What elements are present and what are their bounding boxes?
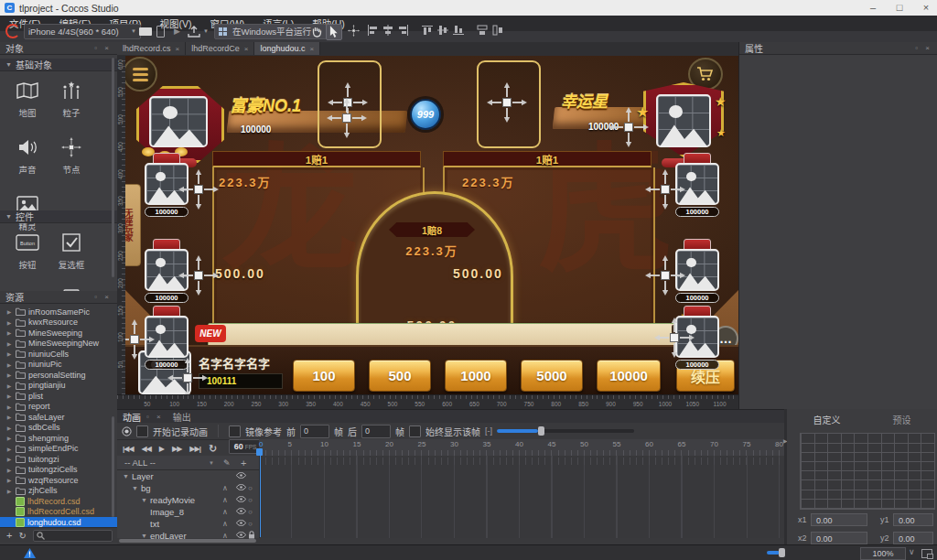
- zoom-level[interactable]: 100%: [860, 547, 906, 560]
- bet-chip-button-500[interactable]: 500: [369, 360, 431, 392]
- record-icon[interactable]: [122, 426, 132, 436]
- tab-animation[interactable]: 动画: [123, 410, 141, 424]
- object-item-particle[interactable]: 粒子: [49, 75, 93, 128]
- run-platform-button[interactable]: 在Windows平台运行▼: [214, 24, 327, 39]
- edit-pencil-icon[interactable]: ✎: [223, 458, 231, 468]
- fit-screen-icon[interactable]: [921, 549, 932, 558]
- prev-frame-icon[interactable]: ◀◀: [142, 445, 151, 453]
- timeline-track-area[interactable]: [259, 456, 784, 538]
- resource-folder[interactable]: ▶niuniuCells: [0, 349, 117, 360]
- curve-grid[interactable]: [800, 433, 935, 510]
- record-animation-checkbox[interactable]: [136, 425, 148, 437]
- resource-folder[interactable]: ▶safeLayer: [0, 412, 117, 423]
- frames-before-input[interactable]: 0: [300, 425, 329, 438]
- seat-slot[interactable]: 100000: [143, 239, 190, 305]
- expand-icon[interactable]: ▶: [5, 435, 13, 441]
- object-item-button[interactable]: Button按钮: [5, 227, 49, 280]
- same-height-icon[interactable]: [492, 25, 503, 38]
- resource-file[interactable]: longhudou.csd: [0, 517, 117, 527]
- close-tab-icon[interactable]: ×: [244, 45, 249, 53]
- seat-avatar-placeholder[interactable]: [675, 163, 719, 205]
- document-tab[interactable]: lhdRecord.cs×: [117, 42, 186, 55]
- panel-float-close-icons[interactable]: ▫ ×: [146, 413, 164, 421]
- align-center-h-icon[interactable]: [382, 25, 393, 38]
- expand-icon[interactable]: ▶: [5, 329, 13, 336]
- resource-folder[interactable]: ▶MineSweepingNew: [0, 339, 117, 350]
- minimize-button[interactable]: –: [860, 0, 886, 16]
- hand-tool-icon[interactable]: [311, 21, 323, 41]
- resource-folder[interactable]: ▶MineSweeping: [0, 328, 117, 339]
- layer-row[interactable]: Image_8∧○: [117, 506, 292, 518]
- collapse-icon[interactable]: ▼: [123, 473, 129, 479]
- move-up-icon[interactable]: ∧: [222, 484, 228, 492]
- collapse-icon[interactable]: ▼: [141, 497, 147, 503]
- device-select[interactable]: iPhone 4/4S(960 * 640)▼: [24, 24, 141, 39]
- collapse-icon[interactable]: ▼: [132, 485, 138, 491]
- resource-search-input[interactable]: [33, 530, 113, 542]
- align-middle-v-icon[interactable]: [437, 25, 448, 38]
- loop-icon[interactable]: ↻: [209, 443, 217, 455]
- bet-chip-button-10000[interactable]: 10000: [597, 360, 661, 392]
- circle-icon[interactable]: ○: [248, 520, 253, 528]
- resource-folder[interactable]: ▶plist: [0, 391, 117, 402]
- warning-icon[interactable]: [24, 548, 36, 560]
- resource-folder[interactable]: ▶tuitongzi: [0, 454, 117, 465]
- expand-icon[interactable]: ▶: [5, 456, 13, 462]
- seat-avatar-placeholder[interactable]: [675, 316, 719, 358]
- object-item-checkbox[interactable]: 复选框: [49, 227, 93, 280]
- resource-file[interactable]: lhdRecordCell.csd: [0, 507, 117, 518]
- rich-player-avatar[interactable]: [149, 96, 208, 147]
- resource-file[interactable]: lhdRecord.csd: [0, 496, 117, 507]
- expand-icon[interactable]: ▶: [5, 477, 13, 483]
- bet-chip-button-100[interactable]: 100: [293, 360, 355, 392]
- play-icon[interactable]: ▶: [174, 21, 180, 41]
- resource-folder[interactable]: ▶simpleEndPic: [0, 444, 117, 455]
- same-width-icon[interactable]: [477, 25, 488, 38]
- align-left-icon[interactable]: [367, 25, 378, 38]
- bet-chip-button-1000[interactable]: 1000: [445, 360, 507, 392]
- seat-slot[interactable]: 100000: [673, 239, 721, 305]
- circle-icon[interactable]: ○: [248, 508, 253, 516]
- align-right-icon[interactable]: [398, 25, 409, 38]
- eye-icon[interactable]: [236, 484, 246, 492]
- circle-icon[interactable]: ○: [248, 484, 253, 492]
- tab-output[interactable]: 输出: [173, 410, 191, 424]
- seat-slot[interactable]: 100000: [673, 153, 721, 219]
- objects-scrollbar[interactable]: [112, 58, 114, 277]
- seat-avatar-placeholder[interactable]: [145, 163, 188, 205]
- resource-folder[interactable]: ▶sdbCells: [0, 423, 117, 434]
- landscape-icon[interactable]: [139, 21, 152, 41]
- eye-icon[interactable]: [236, 472, 246, 480]
- cocos-refresh-icon[interactable]: [5, 21, 20, 41]
- layer-row[interactable]: ▼readyMovie∧○: [117, 494, 283, 506]
- seat-avatar-placeholder[interactable]: [145, 316, 188, 358]
- tab-custom[interactable]: 自定义: [813, 413, 841, 426]
- tab-preset[interactable]: 预设: [893, 413, 911, 426]
- dropdown-icon[interactable]: ▼: [209, 460, 214, 466]
- layer-row[interactable]: txt∧○: [117, 518, 292, 530]
- expand-icon[interactable]: ▶: [5, 319, 13, 326]
- x1-input[interactable]: 0.00: [811, 513, 867, 526]
- portrait-icon[interactable]: [156, 21, 165, 41]
- layer-row[interactable]: ▼Layer: [117, 470, 264, 482]
- seat-avatar-placeholder[interactable]: [145, 249, 188, 291]
- skip-end-icon[interactable]: ▶▶|: [189, 445, 200, 453]
- select-tool-icon[interactable]: [326, 24, 342, 40]
- hamburger-menu-button[interactable]: [125, 57, 157, 92]
- close-tab-icon[interactable]: ×: [176, 45, 180, 53]
- eye-icon[interactable]: [236, 496, 246, 504]
- move-up-icon[interactable]: ∧: [222, 520, 228, 528]
- close-button[interactable]: ×: [913, 0, 937, 16]
- resource-folder[interactable]: ▶pingtianjiu: [0, 381, 117, 392]
- object-item-audio[interactable]: 声音: [5, 132, 49, 185]
- lucky-player-avatar[interactable]: [656, 94, 711, 147]
- circle-icon[interactable]: ○: [248, 496, 253, 504]
- resource-folder[interactable]: ▶wzqResource: [0, 475, 117, 486]
- publish-icon[interactable]: ▼: [188, 21, 209, 41]
- add-layer-icon[interactable]: +: [241, 458, 246, 468]
- y2-input[interactable]: 0.00: [893, 532, 933, 544]
- timeline-ruler[interactable]: 05101520253035404550556065707580: [259, 439, 784, 457]
- expand-icon[interactable]: ▶: [5, 425, 13, 431]
- expand-icon[interactable]: ▶: [5, 308, 13, 315]
- seat-slot[interactable]: 100000: [143, 306, 190, 372]
